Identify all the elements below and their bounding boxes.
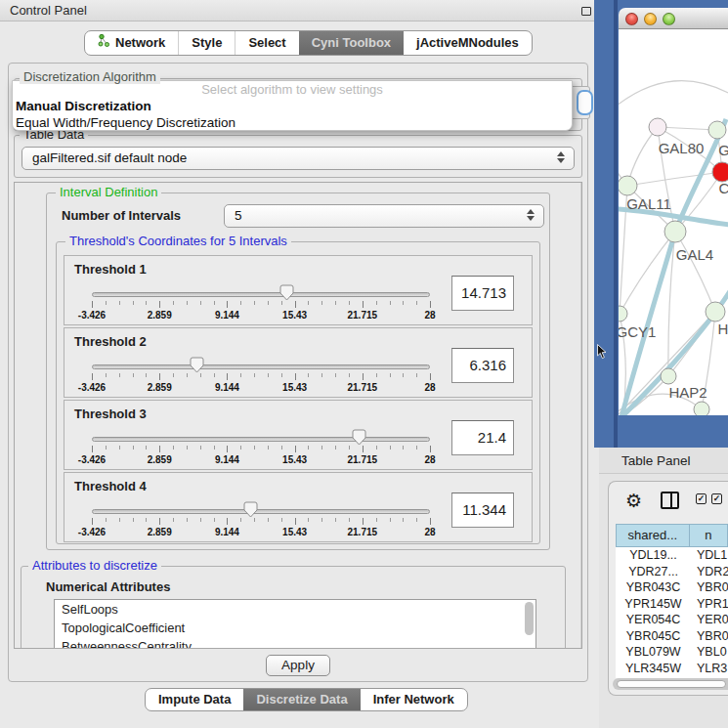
gear-icon[interactable]: ⚙ <box>625 487 642 516</box>
threshold-value-field[interactable]: 14.713 <box>451 276 514 311</box>
table-data-combobox[interactable]: galFiltered.sif default node <box>21 147 575 170</box>
slider-tick <box>214 446 215 450</box>
zoom-traffic-light[interactable] <box>663 13 675 25</box>
network-node-label: GAL4 <box>676 246 713 263</box>
network-edge[interactable] <box>627 172 722 186</box>
tab-jactivemnodules[interactable]: jActiveMNodules <box>404 31 532 55</box>
table-row[interactable]: YDL19...YDL1 <box>616 547 728 564</box>
thresholds-container: Threshold 1-3.4262.8599.14415.4321.71528… <box>56 241 540 544</box>
tab-label: Cyni Toolbox <box>312 31 391 55</box>
list-scrollbar-thumb[interactable] <box>525 602 534 635</box>
cell-shared-name: YBR043C <box>616 579 691 596</box>
tab-select[interactable]: Select <box>235 31 298 55</box>
slider-tick <box>268 373 269 377</box>
slider-tick <box>295 301 296 308</box>
checkbox-icon[interactable]: ✓ <box>711 493 722 504</box>
tab-infer-network[interactable]: Infer Network <box>361 689 467 710</box>
table-row[interactable]: YER054CYER0 <box>616 612 728 628</box>
network-node-green[interactable] <box>664 221 686 242</box>
slider-tick <box>133 446 134 450</box>
cell-name: YER0 <box>691 612 728 628</box>
tab-impute-data[interactable]: Impute Data <box>146 689 243 710</box>
tab-network[interactable]: Network <box>85 31 178 55</box>
network-window-titlebar[interactable] <box>619 8 728 29</box>
table-row[interactable]: YBR045CYBR0 <box>616 628 728 645</box>
slider-tick <box>403 373 404 377</box>
columns-icon[interactable] <box>661 492 679 509</box>
network-node-green[interactable] <box>708 121 726 139</box>
threshold-value-field[interactable]: 6.316 <box>451 348 514 383</box>
table-row[interactable]: YPR145WYPR1 <box>616 596 728 613</box>
tab-cyni-toolbox[interactable]: Cyni Toolbox <box>299 31 404 55</box>
table-row[interactable]: YLR345WYLR3 <box>616 661 728 677</box>
table-row[interactable]: YBL079WYBL0 <box>616 644 728 661</box>
close-traffic-light[interactable] <box>625 13 638 25</box>
slider-tick <box>227 373 228 380</box>
network-node-red[interactable] <box>712 162 728 182</box>
number-of-intervals-value: 5 <box>235 208 242 223</box>
algorithm-option-manual[interactable]: Manual Discretization <box>13 98 572 114</box>
table-row[interactable]: YBR043CYBR0 <box>616 579 728 596</box>
slider-tick <box>159 446 160 452</box>
checkbox-icon[interactable]: ✓ <box>696 493 707 504</box>
network-icon <box>98 31 110 55</box>
column-header-name[interactable]: n <box>690 524 728 547</box>
slider-tick <box>159 301 160 308</box>
network-node-green[interactable] <box>706 302 725 321</box>
slider-tick <box>403 446 404 450</box>
attribute-list-item[interactable]: SelfLoops <box>55 600 535 619</box>
threshold-slider-thumb[interactable] <box>190 357 204 373</box>
slider-tick-label: 2.859 <box>148 527 172 537</box>
settings-scrollbar-track[interactable] <box>580 183 582 649</box>
slider-tick <box>268 446 269 450</box>
threshold-box: Threshold 2-3.4262.8599.14415.4321.71528… <box>64 327 533 398</box>
threshold-slider-thumb[interactable] <box>352 429 366 446</box>
slider-tick-label: 15.43 <box>282 454 307 465</box>
network-edge[interactable] <box>619 81 728 106</box>
slider-tick <box>159 518 160 525</box>
network-node-label: GAL11 <box>626 195 671 212</box>
slider-tick <box>363 373 364 380</box>
apply-button[interactable]: Apply <box>266 655 330 676</box>
minimize-traffic-light[interactable] <box>644 13 657 25</box>
column-header-shared-name[interactable]: shared... <box>616 524 690 547</box>
network-node-pink[interactable] <box>649 118 666 136</box>
table-hscrollbar-thumb[interactable] <box>617 680 726 688</box>
app-root: Control Panel × Network Style Select Cyn… <box>0 0 728 728</box>
threshold-slider-thumb[interactable] <box>243 501 258 518</box>
combobox-stepper-icon <box>557 151 565 163</box>
slider-tick <box>268 301 269 305</box>
threshold-slider-thumb[interactable] <box>279 284 294 301</box>
slider-tick <box>106 373 107 377</box>
tab-discretize-data[interactable]: Discretize Data <box>243 689 360 710</box>
threshold-slider-track[interactable] <box>92 509 430 514</box>
numerical-attributes-list[interactable]: SelfLoopsTopologicalCoefficientBetweenne… <box>54 599 536 649</box>
slider-tick <box>119 373 120 377</box>
threshold-slider-track[interactable] <box>92 437 430 442</box>
number-of-intervals-combobox[interactable]: 5 <box>224 204 544 228</box>
network-edge[interactable] <box>620 232 675 314</box>
threshold-value-field[interactable]: 11.344 <box>451 492 514 528</box>
table-row[interactable]: YDR27...YDR2 <box>616 564 728 580</box>
network-node-green[interactable] <box>694 402 709 415</box>
network-node-green[interactable] <box>661 368 676 384</box>
attribute-list-item[interactable]: TopologicalCoefficient <box>55 619 535 637</box>
attribute-list-item[interactable]: BetweennessCentrality <box>55 637 535 649</box>
tab-label: Impute Data <box>158 689 231 710</box>
slider-tick-label: 28 <box>424 382 435 393</box>
network-node-green[interactable] <box>619 176 637 195</box>
float-window-icon[interactable] <box>581 7 591 16</box>
network-canvas[interactable]: GAL80GGAL11CGAL4GCY1HHAP2 <box>619 29 728 415</box>
network-node-green[interactable] <box>619 306 627 321</box>
network-edge[interactable] <box>675 232 715 312</box>
slider-tick-label: 28 <box>424 454 435 465</box>
threshold-slider-track[interactable] <box>92 292 430 297</box>
slider-tick <box>376 373 377 377</box>
algorithm-option-equal-width[interactable]: Equal Width/Frequency Discretization <box>13 114 572 131</box>
slider-tick <box>363 301 364 308</box>
tab-style[interactable]: Style <box>178 31 235 55</box>
slider-tick <box>430 446 431 452</box>
slider-tick <box>119 301 120 305</box>
threshold-value-field[interactable]: 21.4 <box>451 420 514 455</box>
threshold-slider-track[interactable] <box>92 364 430 369</box>
